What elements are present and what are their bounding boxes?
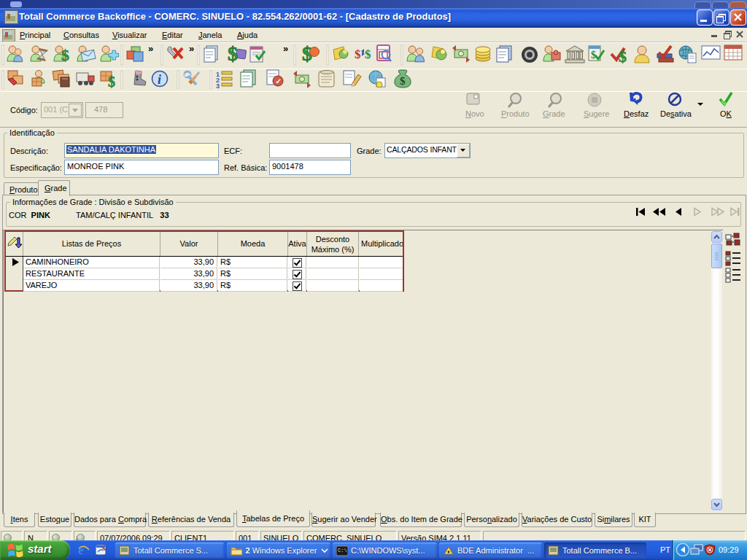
svg-text:»: » [148,43,153,54]
svg-text:$: $ [365,47,371,61]
svg-text:»: » [189,43,194,54]
svg-text:»: » [283,43,288,54]
svg-text:$: $ [400,75,406,87]
svg-text:i: i [158,72,161,87]
svg-text:✓: ✓ [276,77,282,85]
svg-text:e: e [78,543,84,557]
svg-text:$: $ [228,42,238,65]
svg-text:$: $ [355,47,361,61]
svg-text:$: $ [108,74,115,90]
svg-text:3: 3 [216,82,220,90]
svg-text:$: $ [591,50,596,61]
svg-text:C:\: C:\ [338,548,347,553]
